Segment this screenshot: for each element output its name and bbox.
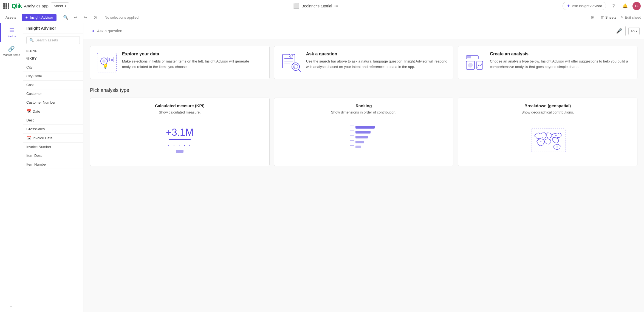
language-select[interactable]: en ▾ bbox=[628, 27, 640, 35]
kpi-description: Show calculated measure. bbox=[159, 110, 200, 114]
sidebar-fields-list: %KEY City City Code Cost Customer Custom… bbox=[23, 54, 83, 312]
toolbar-icons: 🔍 ↩ ↪ ⊘ bbox=[62, 14, 99, 21]
ask-star-icon: ✦ bbox=[91, 29, 95, 34]
sheets-button[interactable]: ◫ Sheets bbox=[601, 15, 616, 19]
svg-point-11 bbox=[292, 63, 300, 70]
insight-advisor-tab[interactable]: ✦ Insight Advisor bbox=[22, 14, 57, 21]
create-analysis-icon bbox=[464, 52, 485, 73]
help-icon[interactable]: ? bbox=[609, 2, 618, 10]
create-desc: Choose an analysis type below. Insight A… bbox=[490, 59, 632, 69]
search-icon[interactable]: 🔍 bbox=[62, 14, 70, 21]
ranking-title: Ranking bbox=[355, 103, 372, 108]
collapse-icon: ← bbox=[10, 305, 13, 308]
svg-point-19 bbox=[468, 63, 473, 67]
sidebar-item-label: Date bbox=[33, 109, 40, 114]
notifications-icon[interactable]: 🔔 bbox=[621, 2, 629, 10]
assets-tab[interactable]: Assets bbox=[3, 15, 18, 19]
svg-rect-23 bbox=[355, 136, 368, 138]
sidebar-item-customernumber[interactable]: Customer Number bbox=[23, 98, 83, 107]
more-options-icon[interactable]: ••• bbox=[334, 4, 338, 8]
svg-rect-17 bbox=[467, 56, 471, 58]
svg-point-33 bbox=[540, 141, 541, 142]
create-title: Create an analysis bbox=[490, 52, 632, 56]
sidebar-item-label: GrossSales bbox=[26, 127, 45, 131]
ask-insight-advisor-label: Ask Insight Advisor bbox=[572, 4, 602, 8]
sidebar-item-label: Cost bbox=[26, 83, 34, 87]
sidebar-item-desc[interactable]: Desc bbox=[23, 116, 83, 125]
ranking-card[interactable]: Ranking Show dimensions in order of cont… bbox=[274, 98, 454, 166]
clear-icon[interactable]: ⊘ bbox=[92, 14, 99, 21]
kpi-visual: +3.1M · · · · · bbox=[166, 119, 194, 160]
edit-sheet-button[interactable]: ✎ Edit sheet bbox=[621, 15, 641, 19]
geo-map-svg bbox=[529, 124, 567, 155]
ask-insight-advisor-button[interactable]: ✦ Ask Insight Advisor bbox=[563, 2, 606, 10]
content-area: ✦ 🎤 en ▾ bbox=[83, 23, 644, 312]
sidebar-item-percentkey[interactable]: %KEY bbox=[23, 54, 83, 63]
svg-point-5 bbox=[102, 59, 106, 63]
sidebar-item-cost[interactable]: Cost bbox=[23, 81, 83, 89]
sidebar-item-itemnumber[interactable]: Item Number bbox=[23, 160, 83, 169]
sheets-icon: ◫ bbox=[601, 15, 604, 19]
geo-card[interactable]: Breakdown (geospatial) Show geographical… bbox=[458, 98, 637, 166]
ask-question-input[interactable] bbox=[97, 29, 614, 33]
svg-rect-21 bbox=[355, 126, 375, 129]
master-items-nav-item[interactable]: 🔗 Master items bbox=[0, 42, 23, 60]
search-assets-container[interactable]: 🔍 Search assets bbox=[26, 36, 80, 44]
svg-point-34 bbox=[557, 146, 558, 148]
kpi-underline bbox=[169, 139, 191, 140]
geo-title: Breakdown (geospatial) bbox=[524, 103, 571, 108]
sheets-label: Sheets bbox=[605, 15, 616, 19]
master-items-label: Master items bbox=[3, 53, 20, 56]
language-label: en bbox=[631, 29, 635, 33]
svg-rect-3 bbox=[109, 58, 110, 61]
explore-data-text: Explore your data Make selections in fie… bbox=[122, 52, 264, 69]
calendar-icon: 📅 bbox=[26, 136, 31, 140]
app-name: Analytics app bbox=[24, 4, 49, 8]
analysis-section: Pick analysis type Calculated measure (K… bbox=[90, 87, 637, 166]
svg-point-31 bbox=[546, 134, 547, 136]
left-panel: ☰ Fields 🔗 Master items ← bbox=[0, 23, 23, 312]
svg-rect-4 bbox=[111, 59, 113, 61]
fields-nav-item[interactable]: ☰ Fields bbox=[0, 23, 23, 42]
insight-tab-icon: ✦ bbox=[25, 15, 28, 20]
microphone-icon[interactable]: 🎤 bbox=[616, 28, 622, 34]
forward-icon[interactable]: ↪ bbox=[82, 14, 89, 21]
tutorial-label: Beginner's tutorial bbox=[301, 4, 332, 8]
sidebar-item-itemdesc[interactable]: Item Desc bbox=[23, 151, 83, 160]
ranking-description: Show dimensions in order of contribution… bbox=[331, 110, 396, 114]
ask-question-search[interactable]: ✦ 🎤 bbox=[88, 26, 626, 36]
svg-line-12 bbox=[298, 69, 301, 72]
app-menu-icon[interactable] bbox=[3, 3, 9, 9]
back-icon[interactable]: ↩ bbox=[72, 14, 80, 21]
sheet-dropdown[interactable]: Sheet ▾ bbox=[51, 2, 69, 9]
kpi-bar bbox=[166, 150, 194, 153]
sidebar-title: Insight Advisor bbox=[23, 23, 83, 33]
ask-question-card: + Ask a question Use the search bar abov… bbox=[274, 46, 454, 79]
create-analysis-card: Create an analysis Choose an analysis ty… bbox=[458, 46, 637, 79]
second-bar: Assets ✦ Insight Advisor 🔍 ↩ ↪ ⊘ No sele… bbox=[0, 12, 644, 23]
sidebar-item-label: City Code bbox=[26, 74, 42, 78]
sidebar-item-label: Customer Number bbox=[26, 100, 55, 104]
avatar[interactable]: TL bbox=[632, 2, 641, 10]
sidebar-item-grosssales[interactable]: GrossSales bbox=[23, 125, 83, 134]
edit-sheet-label: Edit sheet bbox=[625, 15, 641, 19]
sheet-label: Sheet bbox=[54, 4, 63, 8]
fields-label: Fields bbox=[8, 35, 16, 38]
star-icon: ✦ bbox=[567, 3, 570, 8]
sidebar-item-invoicedate[interactable]: 📅 Invoice Date bbox=[23, 134, 83, 143]
ask-question-icon: + bbox=[280, 52, 302, 73]
sidebar-item-date[interactable]: 📅 Date bbox=[23, 107, 83, 116]
explore-data-card: 💡 Explore your data Make selections in f… bbox=[90, 46, 270, 79]
sidebar-item-city[interactable]: City bbox=[23, 63, 83, 72]
collapse-panel-button[interactable]: ← bbox=[0, 301, 23, 312]
sidebar-item-invoicenumber[interactable]: Invoice Number bbox=[23, 143, 83, 151]
kpi-card[interactable]: Calculated measure (KPI) Show calculated… bbox=[90, 98, 270, 166]
sidebar-item-citycode[interactable]: City Code bbox=[23, 72, 83, 81]
svg-rect-35 bbox=[531, 129, 566, 152]
explore-icon: 💡 bbox=[96, 52, 118, 73]
sidebar-item-customer[interactable]: Customer bbox=[23, 89, 83, 98]
sidebar-item-label: Item Desc bbox=[26, 154, 43, 158]
top-bar: Qlik Analytics app Sheet ▾ ⬜ Beginner's … bbox=[0, 0, 644, 12]
explore-title: Explore your data bbox=[122, 52, 264, 56]
grid-view-icon[interactable]: ⊞ bbox=[589, 14, 597, 21]
